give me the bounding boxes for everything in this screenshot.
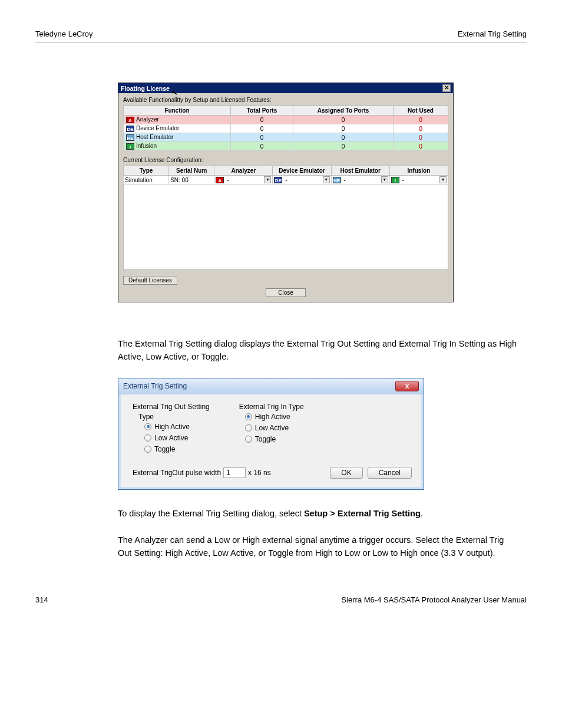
text-fragment: . <box>421 509 423 518</box>
host-emulator-icon: HE <box>333 177 341 183</box>
radio-icon <box>144 446 151 453</box>
trig-in-group: External Trig In Type High Active Low Ac… <box>239 403 304 456</box>
dialog-titlebar[interactable]: Floating License ↖ ✕ <box>118 83 453 93</box>
host-emulator-dropdown[interactable]: HE-▼ <box>333 176 388 183</box>
ok-button[interactable]: OK <box>330 467 362 479</box>
close-icon[interactable]: x <box>395 381 419 391</box>
cell-assigned: 0 <box>293 133 394 142</box>
radio-icon <box>144 423 151 430</box>
body-paragraph: To display the External Trig Setting dia… <box>118 508 518 521</box>
cell-assigned: 0 <box>293 124 394 133</box>
dialog-titlebar[interactable]: External Trig Setting x <box>118 378 424 394</box>
device-emulator-icon: DE <box>274 177 282 183</box>
device-emulator-dropdown[interactable]: DE-▼ <box>274 176 329 183</box>
chevron-down-icon: ▼ <box>381 176 388 183</box>
col-not-used: Not Used <box>393 106 448 116</box>
fn-name: Host Emulator <box>136 134 173 140</box>
radio-label: High Active <box>154 423 190 431</box>
host-emulator-icon: HE <box>126 134 134 141</box>
pulse-width-label: External TrigOut pulse width <box>133 469 221 477</box>
col-total-ports: Total Ports <box>230 106 293 116</box>
dialog-title: Floating License <box>121 85 170 92</box>
cell-type: Simulation <box>124 176 169 185</box>
radio-low-active-out[interactable]: Low Active <box>144 434 210 442</box>
radio-label: Toggle <box>255 435 276 443</box>
external-trig-setting-dialog: External Trig Setting x External Trig Ou… <box>118 378 424 490</box>
menu-path: Setup > External Trig Setting <box>304 509 421 518</box>
body-paragraph: The External Trig Setting dialog display… <box>118 338 518 364</box>
header-left: Teledyne LeCroy <box>35 29 93 38</box>
cell-total: 0 <box>230 142 293 151</box>
cell-assigned: 0 <box>293 142 394 151</box>
radio-high-active-out[interactable]: High Active <box>144 423 210 431</box>
fn-name: Device Emulator <box>136 125 179 131</box>
col-serial: Serial Num <box>169 166 214 176</box>
col-function: Function <box>124 106 231 116</box>
radio-low-active-in[interactable]: Low Active <box>245 424 304 432</box>
pulse-width-input[interactable]: 1 <box>223 467 246 478</box>
available-label: Available Functionalitty by Setup and Li… <box>123 97 448 103</box>
analyzer-dropdown[interactable]: A-▼ <box>216 176 271 183</box>
radio-icon <box>245 424 252 431</box>
table-row[interactable]: HEHost Emulator 0 0 0 <box>124 133 448 142</box>
fn-name: Analyzer <box>136 116 159 123</box>
col-analyzer: Analyzer <box>214 166 273 176</box>
radio-high-active-in[interactable]: High Active <box>245 413 304 421</box>
table-row[interactable]: AAnalyzer 0 0 0 <box>124 116 448 124</box>
infusion-icon: I <box>391 177 399 183</box>
text-fragment: To display the External Trig Setting dia… <box>118 509 304 518</box>
cell-assigned: 0 <box>293 116 394 124</box>
col-type: Type <box>124 166 169 176</box>
page-footer: 314 Sierra M6-4 SAS/SATA Protocol Analyz… <box>35 595 527 604</box>
fn-name: Infusion <box>136 143 157 149</box>
cursor-icon: ↖ <box>171 88 178 97</box>
cancel-button[interactable]: Cancel <box>368 467 412 479</box>
table-row[interactable]: Simulation SN: 00 A-▼ DE-▼ HE-▼ I-▼ <box>124 176 448 185</box>
table-row[interactable]: DEDevice Emulator 0 0 0 <box>124 124 448 133</box>
group-title: External Trig In Type <box>239 403 304 411</box>
dd-value: - <box>227 177 229 183</box>
close-icon[interactable]: ✕ <box>442 84 451 92</box>
table-row[interactable]: IInfusion 0 0 0 <box>124 142 448 151</box>
cell-notused: 0 <box>393 142 448 151</box>
radio-icon <box>144 434 151 442</box>
analyzer-icon: A <box>216 177 224 183</box>
header-right: External Trig Setting <box>458 29 527 38</box>
radio-toggle-out[interactable]: Toggle <box>144 445 210 453</box>
col-assigned-ports: Assigned To Ports <box>293 106 394 116</box>
radio-label: Low Active <box>154 434 188 442</box>
infusion-icon: I <box>126 143 134 150</box>
device-emulator-icon: DE <box>126 126 134 132</box>
radio-label: High Active <box>255 413 290 421</box>
cell-total: 0 <box>230 116 293 124</box>
page-number: 314 <box>35 595 48 604</box>
cell-serial: SN: 00 <box>169 176 214 185</box>
chevron-down-icon: ▼ <box>439 176 447 183</box>
footer-title: Sierra M6-4 SAS/SATA Protocol Analyzer U… <box>341 595 527 604</box>
col-infusion: Infusion <box>389 166 448 176</box>
type-label: Type <box>138 413 210 421</box>
functionality-table: Function Total Ports Assigned To Ports N… <box>123 106 448 151</box>
body-paragraph: The Analyzer can send a Low or High exte… <box>118 534 518 560</box>
default-licenses-button[interactable]: Default Licenses <box>123 276 177 285</box>
cell-total: 0 <box>230 133 293 142</box>
analyzer-icon: A <box>126 117 134 123</box>
floating-license-dialog: Floating License ↖ ✕ Available Functiona… <box>118 83 454 302</box>
current-config-label: Current License Configuration: <box>123 157 448 163</box>
trig-out-group: External Trig Out Setting Type High Acti… <box>133 403 210 456</box>
radio-label: Toggle <box>154 445 175 453</box>
infusion-dropdown[interactable]: I-▼ <box>391 176 447 183</box>
cell-total: 0 <box>230 124 293 133</box>
dialog-title: External Trig Setting <box>123 382 187 390</box>
cell-notused: 0 <box>393 116 448 124</box>
radio-toggle-in[interactable]: Toggle <box>245 435 304 443</box>
radio-icon <box>245 413 252 420</box>
col-host-emulator: Host Emulator <box>331 166 389 176</box>
radio-label: Low Active <box>255 424 289 432</box>
dd-value: - <box>344 177 346 183</box>
license-config-table: Type Serial Num Analyzer Device Emulator… <box>123 166 448 185</box>
group-title: External Trig Out Setting <box>133 403 210 411</box>
close-button[interactable]: Close <box>266 288 306 297</box>
license-table-empty-area <box>123 185 448 270</box>
chevron-down-icon: ▼ <box>323 176 330 183</box>
